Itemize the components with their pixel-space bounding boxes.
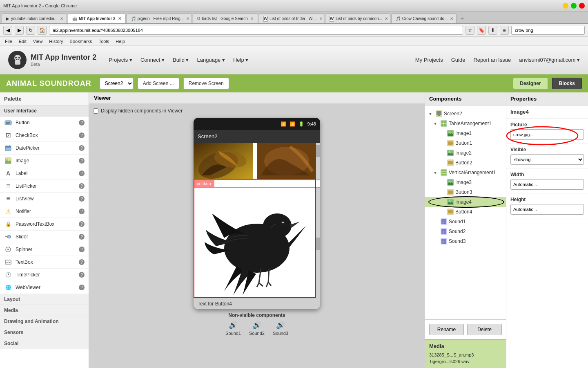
my-projects-link[interactable]: My Projects [415, 57, 443, 63]
screen-select[interactable]: Screen2 Screen1 [100, 78, 134, 89]
nav-language[interactable]: Language ▾ [197, 57, 225, 63]
user-email[interactable]: anvisumi07@gmail.com ▾ [519, 57, 580, 63]
tab-close-icon[interactable]: ✕ [450, 16, 453, 21]
tab-close-icon[interactable]: ✕ [118, 16, 121, 21]
palette-item-image[interactable]: Image ? [0, 155, 89, 167]
width-input[interactable] [510, 179, 584, 190]
label-info-icon[interactable]: ? [79, 171, 85, 176]
reload-button[interactable]: ↻ [26, 26, 35, 35]
palette-item-notifier[interactable]: ⚠ Notifier ? [0, 205, 89, 218]
tree-button4[interactable]: ▶ Button4 [425, 207, 506, 217]
height-input[interactable] [510, 204, 584, 215]
palette-item-passwordtextbox[interactable]: 🔒 PasswordTextBox ? [0, 218, 89, 231]
palette-section-layout[interactable]: Layout [0, 294, 89, 305]
tree-screen2[interactable]: ▼ Screen2 [425, 109, 506, 119]
delete-button[interactable]: Delete [467, 324, 502, 335]
timepicker-info-icon[interactable]: ? [79, 272, 85, 278]
visible-select[interactable]: showing hidden [510, 154, 584, 165]
palette-section-drawing[interactable]: Drawing and Animation [0, 316, 89, 327]
tab-appinventor[interactable]: 🤖 MIT App Inventor 2 ✕ [68, 13, 126, 23]
palette-item-datepicker[interactable]: DatePicker ? [0, 142, 89, 155]
listpicker-info-icon[interactable]: ? [79, 183, 85, 189]
webviewer-info-icon[interactable]: ? [79, 285, 85, 290]
tree-button1[interactable]: ▶ Button1 [425, 138, 506, 148]
palette-item-spinner[interactable]: Spinner ? [0, 243, 89, 256]
nav-help[interactable]: Help ▾ [233, 57, 248, 63]
button-info-icon[interactable]: ? [79, 120, 85, 126]
image-info-icon[interactable]: ? [79, 158, 85, 164]
sound3-item[interactable]: 🔊 Sound3 [273, 321, 288, 336]
listview-info-icon[interactable]: ? [79, 196, 85, 202]
close-button[interactable] [579, 3, 585, 9]
tree-sound3[interactable]: ▶ ♪ Sound3 [425, 236, 506, 246]
tree-image2[interactable]: ▶ Image2 [425, 148, 506, 158]
new-tab-button[interactable]: + [457, 13, 467, 23]
sound1-item[interactable]: 🔊 Sound1 [225, 321, 241, 336]
tab-close-icon[interactable]: ✕ [186, 16, 189, 21]
sound2-item[interactable]: 🔊 Sound2 [249, 321, 265, 336]
menu-tools[interactable]: Tools [96, 39, 113, 44]
crow-area-scrollbar[interactable] [316, 188, 320, 298]
tab-close-icon[interactable]: ✕ [250, 16, 254, 21]
palette-section-media[interactable]: Media [0, 305, 89, 316]
tab-birds-wiki[interactable]: W List of birds of India - Wi... ✕ [259, 13, 324, 23]
address-input[interactable] [49, 26, 463, 35]
spinner-info-icon[interactable]: ? [79, 247, 85, 252]
display-hidden-checkbox[interactable] [93, 108, 98, 114]
tab-youtube[interactable]: ▶ youtube indian comedia... ✕ [2, 13, 67, 23]
menu-history[interactable]: History [46, 39, 66, 44]
tree-image1[interactable]: ▶ Image1 [425, 128, 506, 138]
bookmark-list-button[interactable]: 🔖 [477, 26, 486, 35]
tree-image3[interactable]: ▶ Image3 [425, 177, 506, 187]
datepicker-info-icon[interactable]: ? [79, 145, 85, 151]
notifier-info-icon[interactable]: ? [79, 209, 85, 214]
checkbox-info-icon[interactable]: ? [79, 132, 85, 138]
add-screen-button[interactable]: Add Screen ... [138, 78, 179, 89]
blocks-button[interactable]: Blocks [552, 78, 582, 89]
search-input[interactable] [511, 26, 585, 35]
toggle-table[interactable]: ▼ [433, 121, 439, 126]
textbox-info-icon[interactable]: ? [79, 259, 85, 265]
palette-section-ui[interactable]: User Interface [0, 105, 89, 117]
tab-close-icon[interactable]: ✕ [385, 16, 388, 21]
menu-bookmarks[interactable]: Bookmarks [67, 39, 96, 44]
palette-item-label[interactable]: A Label ? [0, 167, 89, 180]
menu-file[interactable]: File [2, 39, 16, 44]
palette-item-listpicker[interactable]: ≡ ListPicker ? [0, 180, 89, 193]
palette-item-button[interactable]: btn Button ? [0, 117, 89, 129]
back-button[interactable]: ◀ [3, 26, 12, 35]
passwordtextbox-info-icon[interactable]: ? [79, 221, 85, 227]
rename-button[interactable]: Rename [429, 324, 464, 335]
menu-view[interactable]: View [30, 39, 46, 44]
tab-crow[interactable]: 🎵 Crow Cawing sound do... ✕ [391, 13, 457, 23]
download-button[interactable]: ⬇ [488, 26, 497, 35]
tree-table-arrangement1[interactable]: ▼ TableArrangement1 [425, 119, 506, 128]
bookmark-button[interactable]: ☆ [466, 26, 474, 35]
maximize-button[interactable] [571, 3, 577, 9]
menu-edit[interactable]: Edit [16, 39, 30, 44]
picture-input[interactable] [510, 129, 584, 140]
tree-sound2[interactable]: ▶ ♪ Sound2 [425, 227, 506, 236]
home-button[interactable]: 🏠 [38, 26, 47, 35]
remove-screen-button[interactable]: Remove Screen [183, 78, 229, 89]
designer-button[interactable]: Designer [513, 78, 548, 89]
tree-button3[interactable]: ▶ Button3 [425, 187, 506, 197]
tab-birds-common[interactable]: W List of birds by common... ✕ [325, 13, 390, 23]
tab-close-icon[interactable]: ✕ [60, 16, 63, 21]
guide-link[interactable]: Guide [451, 57, 466, 63]
palette-item-webviewer[interactable]: 🌐 WebViewer ? [0, 281, 89, 294]
palette-item-checkbox[interactable]: ☑ CheckBox ? [0, 129, 89, 142]
palette-item-timepicker[interactable]: 🕐 TimePicker ? [0, 269, 89, 281]
palette-item-slider[interactable]: Slider ? [0, 231, 89, 243]
tree-image4[interactable]: ▶ Image4 [425, 197, 506, 207]
nav-connect[interactable]: Connect ▾ [140, 57, 165, 63]
nav-build[interactable]: Build ▾ [173, 57, 189, 63]
settings-button[interactable]: ≡ [500, 26, 509, 35]
report-issue-link[interactable]: Report an Issue [473, 57, 511, 63]
palette-section-sensors[interactable]: Sensors [0, 327, 89, 338]
toggle-vertical[interactable]: ▼ [433, 171, 439, 175]
tree-vertical-arrangement1[interactable]: ▼ VerticalArrangement1 [425, 168, 506, 177]
menu-help[interactable]: Help [112, 39, 128, 44]
phone-scrollbar[interactable] [316, 143, 320, 180]
minimize-button[interactable] [563, 3, 568, 9]
